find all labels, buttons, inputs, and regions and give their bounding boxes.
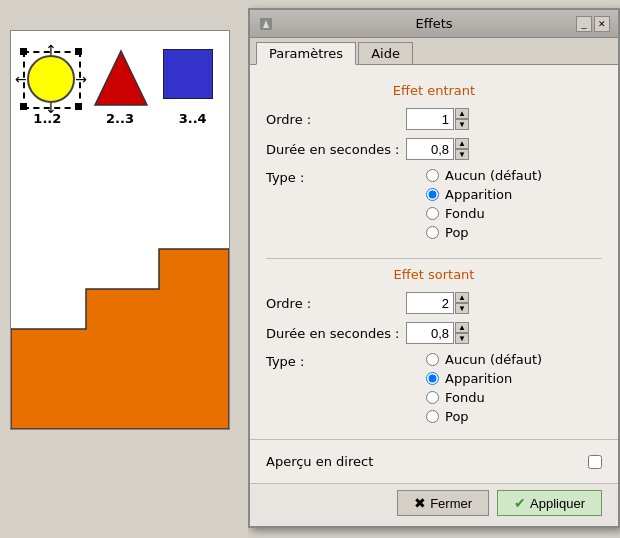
label-3: 3..4 — [179, 111, 207, 126]
slide-canvas: ↑ ↓ ← → 1..2 2..3 3..4 — [10, 30, 230, 430]
handle-tl — [20, 48, 27, 55]
dialog-icon — [258, 16, 274, 32]
radio-entrant-apparition[interactable] — [426, 188, 439, 201]
handle-bl — [20, 103, 27, 110]
duree-entrant-input[interactable] — [406, 138, 454, 160]
label-1: 1..2 — [33, 111, 61, 126]
svg-marker-1 — [11, 249, 229, 429]
effects-dialog: Effets _ ✕ Paramètres Aide Effet entrant… — [248, 8, 620, 528]
duree-entrant-row: Durée en secondes : ▲ ▼ — [266, 138, 602, 160]
ordre-sortant-input[interactable] — [406, 292, 454, 314]
selection-container: ↑ ↓ ← → — [15, 43, 87, 115]
duree-entrant-up[interactable]: ▲ — [455, 138, 469, 149]
label-entrant-pop: Pop — [445, 225, 469, 240]
ordre-sortant-input-group: ▲ ▼ — [406, 292, 469, 314]
ordre-sortant-label: Ordre : — [266, 296, 406, 311]
duree-sortant-up[interactable]: ▲ — [455, 322, 469, 333]
ordre-entrant-row: Ordre : ▲ ▼ — [266, 108, 602, 130]
type-entrant-pop[interactable]: Pop — [426, 225, 542, 240]
ordre-sortant-spinners: ▲ ▼ — [455, 292, 469, 314]
type-sortant-label: Type : — [266, 352, 406, 369]
label-sortant-fondu: Fondu — [445, 390, 485, 405]
tabs-bar: Paramètres Aide — [250, 38, 618, 65]
shape-rect — [163, 49, 213, 99]
preview-label: Aperçu en direct — [266, 454, 373, 469]
radio-entrant-fondu[interactable] — [426, 207, 439, 220]
appliquer-icon: ✔ — [514, 495, 526, 511]
type-entrant-fondu[interactable]: Fondu — [426, 206, 542, 221]
dialog-titlebar: Effets _ ✕ — [250, 10, 618, 38]
dialog-content: Effet entrant Ordre : ▲ ▼ Durée en secon… — [250, 65, 618, 439]
handle-tr — [75, 48, 82, 55]
type-sortant-apparition[interactable]: Apparition — [426, 371, 542, 386]
duree-sortant-label: Durée en secondes : — [266, 326, 406, 341]
label-2: 2..3 — [106, 111, 134, 126]
tab-aide[interactable]: Aide — [358, 42, 413, 64]
svg-marker-0 — [95, 51, 147, 105]
fermer-icon: ✖ — [414, 495, 426, 511]
arrow-right: → — [75, 72, 87, 86]
tab-parametres[interactable]: Paramètres — [256, 42, 356, 65]
stair-shape — [11, 229, 229, 429]
duree-sortant-input-group: ▲ ▼ — [406, 322, 469, 344]
label-entrant-aucun: Aucun (défaut) — [445, 168, 542, 183]
separator — [266, 258, 602, 259]
minimize-button[interactable]: _ — [576, 16, 592, 32]
duree-entrant-label: Durée en secondes : — [266, 142, 406, 157]
label-entrant-fondu: Fondu — [445, 206, 485, 221]
radio-sortant-apparition[interactable] — [426, 372, 439, 385]
shape-circle — [27, 55, 75, 103]
duree-sortant-input[interactable] — [406, 322, 454, 344]
label-sortant-aucun: Aucun (défaut) — [445, 352, 542, 367]
dialog-bottom: Aperçu en direct — [250, 439, 618, 483]
type-entrant-apparition[interactable]: Apparition — [426, 187, 542, 202]
preview-checkbox[interactable] — [588, 455, 602, 469]
radio-sortant-fondu[interactable] — [426, 391, 439, 404]
titlebar-buttons: _ ✕ — [576, 16, 610, 32]
duree-sortant-down[interactable]: ▼ — [455, 333, 469, 344]
duree-entrant-down[interactable]: ▼ — [455, 149, 469, 160]
radio-sortant-pop[interactable] — [426, 410, 439, 423]
label-entrant-apparition: Apparition — [445, 187, 512, 202]
dialog-actions: ✖ Fermer ✔ Appliquer — [250, 483, 618, 526]
fermer-button[interactable]: ✖ Fermer — [397, 490, 489, 516]
duree-entrant-spinners: ▲ ▼ — [455, 138, 469, 160]
radio-sortant-aucun[interactable] — [426, 353, 439, 366]
radio-entrant-aucun[interactable] — [426, 169, 439, 182]
shape-triangle — [93, 49, 149, 110]
ordre-entrant-input-group: ▲ ▼ — [406, 108, 469, 130]
duree-sortant-row: Durée en secondes : ▲ ▼ — [266, 322, 602, 344]
appliquer-button[interactable]: ✔ Appliquer — [497, 490, 602, 516]
appliquer-label: Appliquer — [530, 496, 585, 511]
dialog-title: Effets — [415, 16, 452, 31]
type-sortant-pop[interactable]: Pop — [426, 409, 542, 424]
ordre-entrant-up[interactable]: ▲ — [455, 108, 469, 119]
type-sortant-aucun[interactable]: Aucun (défaut) — [426, 352, 542, 367]
preview-row: Aperçu en direct — [266, 448, 602, 475]
ordre-entrant-spinners: ▲ ▼ — [455, 108, 469, 130]
type-sortant-row: Type : Aucun (défaut) Apparition Fondu P… — [266, 352, 602, 434]
effet-sortant-title: Effet sortant — [266, 267, 602, 282]
ordre-sortant-down[interactable]: ▼ — [455, 303, 469, 314]
ordre-entrant-down[interactable]: ▼ — [455, 119, 469, 130]
label-sortant-apparition: Apparition — [445, 371, 512, 386]
type-sortant-radio-group: Aucun (défaut) Apparition Fondu Pop — [426, 352, 542, 424]
duree-sortant-spinners: ▲ ▼ — [455, 322, 469, 344]
canvas-area: ↑ ↓ ← → 1..2 2..3 3..4 — [0, 0, 248, 538]
arrow-left: ← — [15, 72, 27, 86]
type-entrant-label: Type : — [266, 168, 406, 185]
ordre-entrant-input[interactable] — [406, 108, 454, 130]
label-sortant-pop: Pop — [445, 409, 469, 424]
ordre-sortant-up[interactable]: ▲ — [455, 292, 469, 303]
close-button[interactable]: ✕ — [594, 16, 610, 32]
type-entrant-aucun[interactable]: Aucun (défaut) — [426, 168, 542, 183]
shape-labels: 1..2 2..3 3..4 — [11, 111, 229, 126]
type-sortant-fondu[interactable]: Fondu — [426, 390, 542, 405]
effet-entrant-title: Effet entrant — [266, 83, 602, 98]
handle-br — [75, 103, 82, 110]
radio-entrant-pop[interactable] — [426, 226, 439, 239]
fermer-label: Fermer — [430, 496, 472, 511]
ordre-sortant-row: Ordre : ▲ ▼ — [266, 292, 602, 314]
type-entrant-row: Type : Aucun (défaut) Apparition Fondu P… — [266, 168, 602, 250]
ordre-entrant-label: Ordre : — [266, 112, 406, 127]
